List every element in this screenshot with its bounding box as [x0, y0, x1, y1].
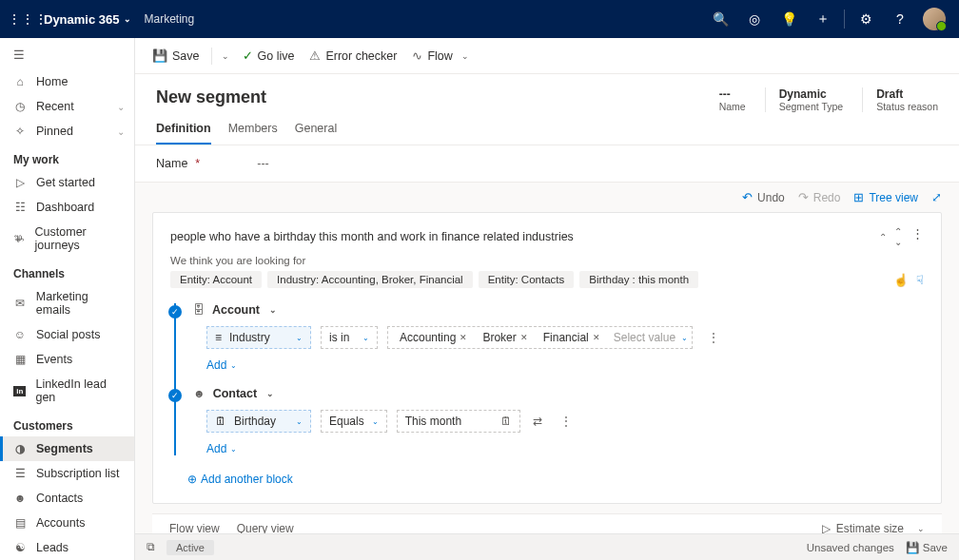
- sidebar-item-recent[interactable]: ◷Recent⌄: [0, 94, 134, 119]
- remove-icon[interactable]: ✕: [593, 333, 600, 342]
- golive-button[interactable]: ✓Go live: [237, 45, 301, 67]
- operator-dropdown[interactable]: is in⌄: [321, 326, 378, 349]
- search-icon[interactable]: 🔍: [703, 11, 737, 27]
- sidebar-item-leads[interactable]: ☯Leads: [0, 535, 134, 560]
- main-panel: 💾Save ⌄ ✓Go live ⚠Error checker ∿Flow⌄ N…: [135, 38, 959, 560]
- popout-icon[interactable]: ⧉: [147, 541, 155, 553]
- chevron-down-icon[interactable]: ⌄: [266, 389, 274, 398]
- footer-save-button[interactable]: 💾Save: [906, 541, 948, 554]
- name-field-row: Name* ---: [135, 145, 959, 183]
- tab-members[interactable]: Members: [228, 122, 278, 145]
- app-name-label: Dynamic 365: [44, 12, 120, 27]
- chevron-down-icon[interactable]: ⌄: [269, 305, 277, 315]
- sidebar-item-journeys[interactable]: ⅌Customer journeys: [0, 220, 134, 258]
- sidebar-item-dashboard[interactable]: ☷Dashboard: [0, 195, 134, 220]
- sidebar-item-events[interactable]: ▦Events: [0, 347, 134, 372]
- add-block-button[interactable]: ⊕Add another block: [170, 471, 924, 488]
- block-check-icon: ✓: [168, 305, 182, 319]
- module-label: Marketing: [137, 12, 195, 26]
- save-chevron[interactable]: ⌄: [218, 51, 233, 61]
- flowview-tab[interactable]: Flow view: [169, 522, 220, 533]
- queryview-tab[interactable]: Query view: [237, 522, 294, 533]
- flow-icon: ∿: [412, 48, 422, 63]
- values-input[interactable]: Accounting✕ Broker✕ Financial✕ Select va…: [387, 326, 693, 349]
- shuffle-icon[interactable]: ⇄: [530, 415, 545, 428]
- field-icon: 🗓: [215, 415, 226, 428]
- row-more-icon[interactable]: ⋮: [702, 331, 725, 344]
- thumbs-down-icon[interactable]: ☟: [916, 273, 924, 287]
- add-condition-button[interactable]: Add⌄: [206, 442, 924, 455]
- name-field-value[interactable]: ---: [257, 157, 269, 170]
- suggest-chip[interactable]: Entity: Account: [170, 271, 262, 288]
- remove-icon[interactable]: ✕: [460, 333, 467, 342]
- save-icon: 💾: [152, 48, 167, 63]
- sidebar-item-segments[interactable]: ◑Segments: [0, 436, 134, 461]
- hamburger-icon[interactable]: ☰: [0, 38, 134, 69]
- value-tag: Financial✕: [536, 329, 608, 346]
- treeview-button[interactable]: ⊞Tree view: [853, 190, 918, 204]
- redo-button[interactable]: ↷Redo: [798, 190, 841, 204]
- person-icon: ☻: [13, 492, 27, 505]
- field-icon: ≡: [215, 331, 222, 344]
- errorchecker-button[interactable]: ⚠Error checker: [303, 45, 402, 67]
- nlq-input[interactable]: people who have a birthday this month an…: [170, 230, 871, 243]
- remove-icon[interactable]: ✕: [520, 333, 528, 342]
- chevron-down-icon: ⌄: [917, 524, 925, 533]
- row-more-icon[interactable]: ⋮: [555, 415, 577, 428]
- app-switcher[interactable]: Dynamic 365 ⌄: [38, 12, 137, 27]
- undo-button[interactable]: ↶Undo: [742, 190, 785, 204]
- block-check-icon: ✓: [168, 389, 182, 402]
- flow-button[interactable]: ∿Flow⌄: [406, 45, 478, 67]
- value-input[interactable]: This month 🗓: [397, 410, 520, 433]
- tab-definition[interactable]: Definition: [156, 122, 211, 145]
- social-icon: ☺: [13, 328, 27, 341]
- avatar[interactable]: [923, 8, 946, 30]
- gear-icon[interactable]: ⚙: [849, 11, 883, 27]
- suggest-chip[interactable]: Entity: Contacts: [479, 271, 575, 288]
- nlq-more-icon[interactable]: ⋮: [911, 226, 924, 247]
- clock-icon: ◷: [13, 100, 27, 113]
- chevron-down-icon: ⌄: [124, 14, 131, 24]
- status-bar: ⧉ Active Unsaved changes 💾Save: [135, 533, 959, 560]
- target-icon[interactable]: ◎: [737, 11, 772, 27]
- lightbulb-icon[interactable]: 💡: [772, 11, 806, 27]
- sidebar-item-home[interactable]: ⌂Home: [0, 69, 134, 94]
- entity-label[interactable]: Account: [212, 303, 260, 317]
- add-condition-button[interactable]: Add⌄: [206, 358, 924, 372]
- sidebar: ☰ ⌂Home ◷Recent⌄ ✧Pinned⌄ My work ▷Get s…: [0, 38, 135, 560]
- entity-label[interactable]: Contact: [213, 387, 258, 400]
- save-button[interactable]: 💾Save: [147, 45, 206, 67]
- field-dropdown[interactable]: 🗓Birthday⌄: [206, 410, 311, 433]
- sidebar-item-accounts[interactable]: ▤Accounts: [0, 511, 134, 535]
- sidebar-item-emails[interactable]: ✉Marketing emails: [0, 284, 134, 322]
- sidebar-item-contacts[interactable]: ☻Contacts: [0, 486, 134, 511]
- sidebar-item-pinned[interactable]: ✧Pinned⌄: [0, 119, 134, 144]
- sidebar-item-linkedin[interactable]: inLinkedIn lead gen: [0, 372, 134, 410]
- estimate-button[interactable]: ▷Estimate size⌄: [822, 522, 925, 533]
- chevron-down-icon: ⌄: [230, 445, 237, 454]
- play-icon: ▷: [822, 522, 831, 533]
- field-dropdown[interactable]: ≡Industry⌄: [206, 326, 311, 349]
- suggest-chip[interactable]: Industry: Accounting, Broker, Financial: [267, 271, 473, 288]
- sidebar-item-social[interactable]: ☺Social posts: [0, 322, 134, 347]
- sidebar-item-subscription[interactable]: ☰Subscription list: [0, 461, 134, 486]
- suggest-chip[interactable]: Birthday : this month: [579, 271, 698, 288]
- check-icon: ✓: [243, 48, 253, 63]
- thumbs-up-icon[interactable]: ☝: [893, 273, 909, 287]
- redo-icon: ↷: [798, 190, 809, 204]
- value-tag: Broker✕: [475, 329, 535, 346]
- operator-dropdown[interactable]: Equals⌄: [321, 410, 387, 433]
- dashboard-icon: ☷: [13, 201, 27, 214]
- tab-general[interactable]: General: [295, 122, 337, 145]
- collapse-icon[interactable]: ⌃: [879, 232, 887, 242]
- help-icon[interactable]: ?: [883, 11, 917, 27]
- app-launcher-icon[interactable]: ⋮⋮⋮: [8, 11, 38, 27]
- sidebar-item-getstarted[interactable]: ▷Get started: [0, 170, 134, 195]
- save-icon: 💾: [906, 541, 919, 554]
- chevron-down-icon: ⌄: [681, 334, 688, 342]
- nlq-collapse-icon[interactable]: ⌃⌄: [894, 226, 902, 247]
- expand-button[interactable]: ⤢: [931, 190, 942, 204]
- list-icon: ☰: [13, 467, 27, 480]
- add-icon[interactable]: ＋: [806, 10, 840, 28]
- segment-builder: people who have a birthday this month an…: [152, 212, 942, 504]
